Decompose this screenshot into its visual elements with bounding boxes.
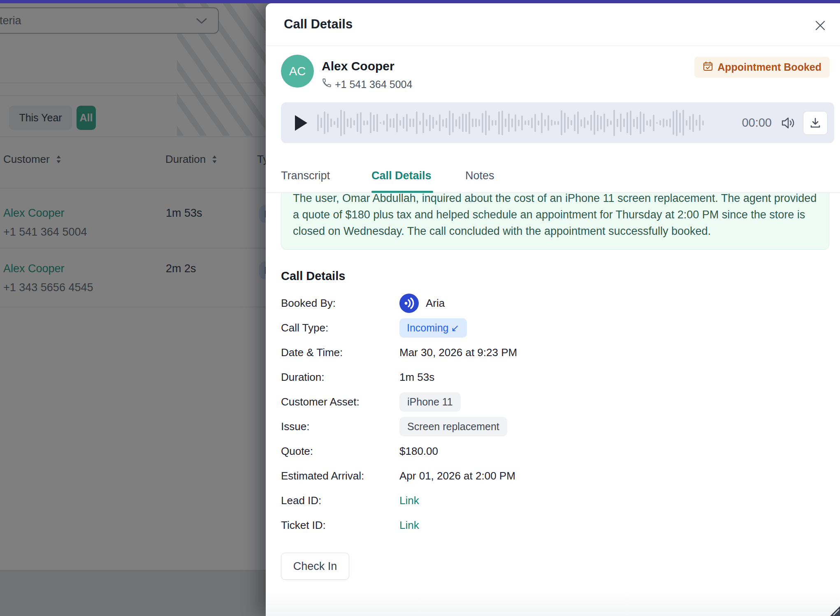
detail-label: Issue:: [281, 420, 399, 433]
detail-row-quote: Quote: $180.00: [281, 442, 840, 461]
tab-bar: Transcript Call Details Notes: [266, 164, 840, 193]
active-tab-underline: [371, 191, 433, 193]
incoming-call-badge: Incoming↙: [399, 318, 467, 338]
detail-row-lead-id: Lead ID: Link: [281, 491, 840, 510]
asset-chip: iPhone 11: [399, 392, 461, 412]
modal-title: Call Details: [284, 17, 353, 32]
detail-label: Lead ID:: [281, 494, 399, 507]
detail-label: Date & Time:: [281, 346, 399, 359]
screen: riteria This Year All Customer Duration …: [0, 0, 840, 616]
detail-value: Apr 01, 2026 at 2:00 PM: [399, 470, 515, 482]
section-title: Call Details: [281, 269, 840, 283]
check-in-button[interactable]: Check In: [281, 553, 349, 580]
audio-player: 00:00: [281, 102, 834, 143]
top-accent-bar: [0, 0, 840, 3]
close-icon[interactable]: [813, 18, 828, 33]
detail-row-issue: Issue: Screen replacement: [281, 417, 840, 436]
aria-agent-icon: [399, 294, 419, 313]
ticket-id-link[interactable]: Link: [399, 519, 419, 532]
playback-time: 00:00: [742, 116, 772, 130]
call-details-modal: Call Details AC Alex Cooper +1 541 364 5…: [266, 3, 840, 616]
resize-handle-icon[interactable]: [829, 605, 840, 616]
detail-label: Quote:: [281, 445, 399, 458]
detail-label: Estimated Arrival:: [281, 470, 399, 482]
call-details-list: Booked By: Aria Call Type: Incoming↙ Dat…: [281, 294, 840, 535]
download-button[interactable]: [803, 111, 828, 135]
avatar: AC: [281, 55, 314, 88]
detail-value: Aria: [426, 297, 445, 310]
detail-value: 1m 53s: [399, 371, 434, 384]
tab-transcript[interactable]: Transcript: [281, 169, 330, 182]
tab-content: The user, Omar Abdullah, inquired about …: [266, 193, 840, 616]
contact-name: Alex Cooper: [322, 59, 394, 73]
detail-row-estimated-arrival: Estimated Arrival: Apr 01, 2026 at 2:00 …: [281, 466, 840, 486]
contact-phone: +1 541 364 5004: [322, 78, 412, 90]
tab-call-details[interactable]: Call Details: [371, 169, 432, 182]
detail-row-booked-by: Booked By: Aria: [281, 294, 840, 313]
volume-icon[interactable]: [781, 116, 796, 130]
detail-row-ticket-id: Ticket ID: Link: [281, 516, 840, 535]
detail-label: Duration:: [281, 371, 399, 384]
arrow-down-left-icon: ↙: [451, 322, 459, 333]
detail-label: Call Type:: [281, 322, 399, 334]
status-badge: Appointment Booked: [694, 57, 830, 78]
tab-notes[interactable]: Notes: [465, 169, 494, 182]
call-summary: The user, Omar Abdullah, inquired about …: [281, 193, 829, 250]
detail-value: Mar 30, 2026 at 9:23 PM: [399, 346, 517, 359]
detail-row-duration: Duration: 1m 53s: [281, 368, 840, 387]
play-button[interactable]: [295, 115, 307, 131]
issue-chip: Screen replacement: [399, 417, 507, 436]
detail-label: Booked By:: [281, 297, 399, 310]
waveform[interactable]: [317, 108, 734, 138]
contact-phone-number: +1 541 364 5004: [335, 79, 412, 90]
detail-row-customer-asset: Customer Asset: iPhone 11: [281, 392, 840, 412]
phone-icon: [322, 78, 332, 90]
detail-value: $180.00: [399, 445, 438, 458]
detail-row-call-type: Call Type: Incoming↙: [281, 318, 840, 338]
lead-id-link[interactable]: Link: [399, 494, 419, 507]
detail-row-date-time: Date & Time: Mar 30, 2026 at 9:23 PM: [281, 343, 840, 362]
modal-header: Call Details: [266, 3, 840, 46]
detail-label: Customer Asset:: [281, 396, 399, 408]
detail-label: Ticket ID:: [281, 519, 399, 532]
calendar-check-icon: [703, 61, 713, 74]
